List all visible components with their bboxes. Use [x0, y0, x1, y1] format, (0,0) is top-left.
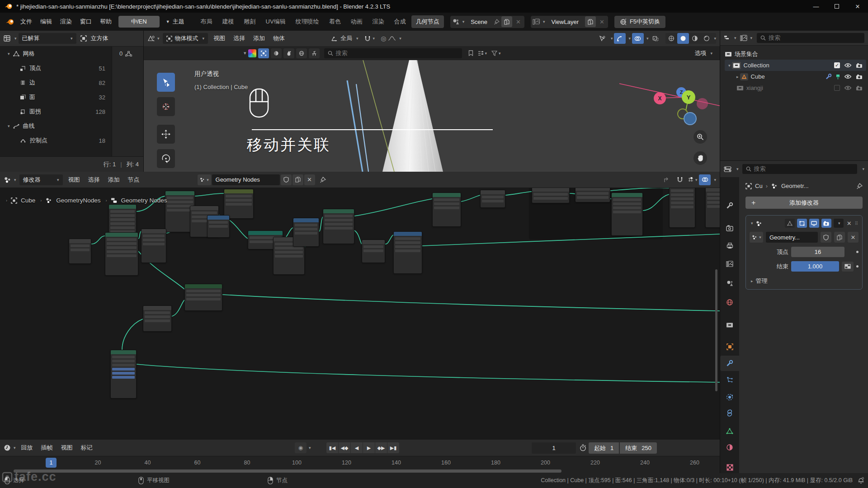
spreadsheet-editor-icon[interactable]: [4, 35, 11, 42]
properties-tab-object[interactable]: [720, 339, 739, 354]
timeline-menu-1[interactable]: 插帧: [37, 444, 57, 452]
spreadsheet-row-面拐[interactable]: 面拐128: [0, 104, 112, 119]
timeline-ruler[interactable]: 1 20406080100120140160180200220240260: [0, 456, 720, 473]
go-to-parent-icon[interactable]: [660, 174, 672, 185]
snap-magnet-icon[interactable]: [674, 174, 686, 185]
attribute-toggle-icon[interactable]: [842, 262, 854, 272]
show-viewport-toggle[interactable]: [809, 219, 819, 228]
outliner-row-xiangji[interactable]: xiangji: [725, 82, 866, 94]
menu-1[interactable]: 编辑: [36, 18, 56, 26]
snap-controls[interactable]: ▾: [364, 36, 375, 42]
start-frame-field[interactable]: 起始1: [589, 442, 619, 454]
move-tool-button[interactable]: [157, 125, 175, 144]
outliner-row-scene-collection[interactable]: 场景集合: [725, 48, 866, 60]
graph-node-15[interactable]: [480, 190, 505, 208]
modifier-extras-dropdown[interactable]: ▾: [834, 219, 844, 228]
node-menu-1[interactable]: 选择: [84, 176, 104, 184]
cursor-tool-button[interactable]: [157, 97, 175, 116]
workspace-tab-动画[interactable]: 动画: [346, 15, 367, 28]
properties-tab-particles[interactable]: [720, 372, 739, 387]
gizmo-z-negative[interactable]: [684, 112, 697, 125]
timeline-editor-icon[interactable]: [4, 444, 11, 451]
translate-toggle-button[interactable]: F5中英切换: [614, 16, 665, 28]
properties-tab-view-layer[interactable]: [720, 256, 739, 272]
menu-2[interactable]: 渲染: [56, 18, 76, 26]
node-tree-type-dropdown[interactable]: 修改器▾: [19, 174, 63, 185]
spreadsheet-row-曲线[interactable]: ▾曲线: [0, 119, 112, 133]
graph-node-12[interactable]: [362, 239, 385, 263]
dataset-filter-dropdown[interactable]: 已解算▾: [19, 33, 76, 44]
bookmark-icon[interactable]: [468, 50, 473, 56]
mode-dropdown[interactable]: 物体模式▾: [163, 33, 208, 44]
node-editor-icon[interactable]: [4, 177, 11, 183]
show-gizmo-dropdown[interactable]: [596, 33, 608, 44]
end-slider[interactable]: 1.000: [791, 261, 839, 272]
properties-tab-physics[interactable]: [720, 389, 739, 405]
xray-toggle[interactable]: [650, 33, 661, 44]
gizmo-x-negative[interactable]: [697, 98, 708, 109]
outliner-row-collection[interactable]: ▾ Collection ✓: [725, 60, 866, 71]
graph-node-22[interactable]: [110, 350, 137, 399]
copy-icon[interactable]: [292, 174, 303, 185]
overlays-toggle[interactable]: [632, 33, 644, 44]
toggle-object-type-brush[interactable]: [309, 48, 320, 58]
shading-wireframe[interactable]: [665, 33, 677, 44]
show-in-editmode-toggle[interactable]: [797, 219, 807, 228]
toggle-object-type-liquid[interactable]: [283, 48, 294, 58]
collapse-icon[interactable]: ▾: [751, 221, 753, 225]
graph-node-14[interactable]: [432, 192, 461, 227]
object-eval-icon[interactable]: [78, 33, 89, 44]
properties-tab-material[interactable]: [720, 440, 739, 455]
graph-node-17[interactable]: [575, 188, 610, 202]
viewport-canvas[interactable]: 用户透视 (1) Collection | Cube 移动并关联 Z Y X: [144, 60, 720, 172]
menu-0[interactable]: 文件: [16, 18, 36, 26]
workspace-tab-布局[interactable]: 布局: [196, 15, 217, 28]
collection-checkbox[interactable]: ✓: [834, 62, 840, 68]
scene-selector[interactable]: ▾ Scene ✕: [450, 16, 524, 28]
unlink-node-group-icon[interactable]: ✕: [848, 232, 859, 243]
tool-settings-collapse[interactable]: ▾: [244, 50, 246, 56]
properties-tab-output[interactable]: [720, 238, 739, 253]
graph-node-7[interactable]: [207, 215, 230, 238]
rotate-tool-button[interactable]: [157, 149, 175, 168]
gizmos-toggle[interactable]: [614, 33, 626, 44]
viewport-search-input[interactable]: 搜索: [324, 48, 462, 58]
spreadsheet-row-网格[interactable]: ▾网格: [0, 47, 112, 61]
workspace-tab-几何节点[interactable]: 几何节点: [411, 15, 444, 28]
overlays-toggle[interactable]: [699, 174, 711, 185]
graph-node-5[interactable]: [141, 229, 166, 263]
vertices-input[interactable]: 16: [791, 247, 844, 257]
minimize-button[interactable]: —: [806, 0, 826, 13]
unlink-icon[interactable]: ✕: [304, 174, 315, 185]
hide-eye-icon[interactable]: [844, 63, 852, 68]
expand-icon[interactable]: ▾: [728, 63, 731, 68]
graph-node-19[interactable]: [669, 188, 695, 228]
viewport-menu-3[interactable]: 物体: [269, 34, 289, 42]
disable-render-camera-icon[interactable]: [856, 63, 863, 68]
fake-user-shield-icon[interactable]: [281, 174, 292, 185]
properties-search-input[interactable]: 搜索: [742, 164, 858, 174]
add-modifier-button[interactable]: ＋ 添加修改器: [745, 197, 863, 209]
node-group-browse-icon[interactable]: ▾: [198, 174, 211, 185]
prev-keyframe-button[interactable]: ◀◆: [339, 442, 350, 453]
properties-editor-icon[interactable]: [724, 166, 731, 172]
properties-tab-texture[interactable]: [720, 460, 739, 475]
spreadsheet-row-边[interactable]: 边82: [0, 75, 112, 90]
hide-eye-icon[interactable]: [844, 74, 852, 79]
hide-eye-icon[interactable]: [844, 85, 852, 90]
timeline-menu-0[interactable]: 回放: [17, 444, 37, 452]
show-on-cage-toggle[interactable]: [785, 219, 795, 228]
node-group-name[interactable]: Geometry Nodes: [212, 174, 280, 185]
notification-icon[interactable]: [858, 477, 864, 484]
timeline-menu-3[interactable]: 标记: [77, 444, 97, 452]
show-render-toggle[interactable]: [821, 219, 831, 228]
properties-tab-collection[interactable]: [720, 317, 739, 333]
jump-to-start-button[interactable]: ▮◀: [326, 442, 338, 453]
maximize-button[interactable]: [826, 0, 847, 13]
end-frame-field[interactable]: 结束250: [620, 442, 657, 454]
graph-node-18[interactable]: [611, 192, 643, 236]
delete-modifier-icon[interactable]: ✕: [846, 220, 853, 227]
node-group-name-field[interactable]: Geometry...: [766, 232, 818, 243]
graph-node-21[interactable]: [143, 305, 172, 332]
properties-tab-modifiers[interactable]: [720, 356, 739, 371]
